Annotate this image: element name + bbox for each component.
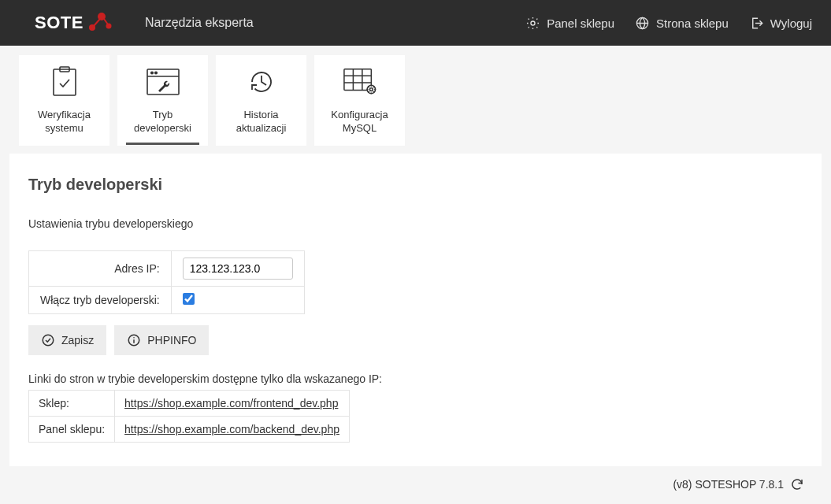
enable-dev-label: Włącz tryb developerski: bbox=[29, 287, 172, 314]
logo-text: SOTE bbox=[35, 13, 83, 33]
link-label: Panel sklepu: bbox=[29, 417, 115, 443]
tab-label: Weryfikacja systemu bbox=[20, 109, 109, 135]
enable-dev-checkbox[interactable] bbox=[183, 293, 195, 305]
nav-panel-link[interactable]: Panel sklepu bbox=[525, 16, 614, 31]
nav-store-label: Strona sklepu bbox=[656, 17, 729, 30]
main-panel: Tryb developerski Ustawienia trybu devel… bbox=[9, 154, 822, 466]
nav-logout-label: Wyloguj bbox=[770, 17, 812, 30]
tab-developer-mode[interactable]: Tryb developerski bbox=[117, 55, 208, 146]
tab-mysql-config[interactable]: Konfiguracja MySQL bbox=[314, 55, 405, 146]
frontend-dev-link[interactable]: https://shop.example.com/frontend_dev.ph… bbox=[124, 397, 338, 410]
svg-point-5 bbox=[531, 20, 535, 24]
svg-point-23 bbox=[133, 337, 135, 339]
links-caption: Linki do stron w trybie developerskim do… bbox=[28, 372, 803, 385]
panel-heading: Tryb developerski bbox=[28, 176, 803, 194]
version-text: (v8) SOTESHOP 7.8.1 bbox=[673, 478, 784, 491]
tabs-row: Weryfikacja systemu Tryb developerski bbox=[9, 55, 822, 146]
table-gear-icon bbox=[343, 66, 377, 98]
settings-form: Adres IP: Włącz tryb developerski: bbox=[28, 250, 305, 314]
tab-system-verification[interactable]: Weryfikacja systemu bbox=[19, 55, 109, 146]
logo[interactable]: SOTE bbox=[35, 13, 112, 33]
info-icon bbox=[127, 333, 141, 347]
link-label: Sklep: bbox=[29, 391, 115, 417]
svg-point-11 bbox=[150, 72, 153, 74]
table-row: Panel sklepu: https://shop.example.com/b… bbox=[29, 417, 350, 443]
backend-dev-link[interactable]: https://shop.example.com/backend_dev.php bbox=[124, 423, 339, 435]
topbar: SOTE Narzędzia eksperta Panel sklepu bbox=[0, 0, 831, 46]
clipboard-check-icon bbox=[47, 66, 82, 98]
top-nav: Panel sklepu Strona sklepu Wyloguj bbox=[525, 16, 812, 31]
check-circle-icon bbox=[41, 333, 55, 347]
refresh-icon[interactable] bbox=[790, 477, 804, 491]
svg-line-3 bbox=[94, 19, 100, 26]
tab-update-history[interactable]: Historia aktualizacji bbox=[216, 55, 306, 146]
nav-panel-label: Panel sklepu bbox=[547, 17, 614, 30]
tab-label: Konfiguracja MySQL bbox=[315, 109, 404, 135]
panel-subtitle: Ustawienia trybu developerskiego bbox=[28, 217, 803, 230]
ip-label: Adres IP: bbox=[29, 251, 172, 287]
ip-input[interactable] bbox=[183, 258, 293, 280]
svg-line-4 bbox=[104, 19, 108, 24]
svg-point-20 bbox=[43, 335, 54, 346]
window-wrench-icon bbox=[146, 66, 180, 98]
tab-label: Historia aktualizacji bbox=[217, 109, 306, 135]
history-icon bbox=[244, 66, 279, 98]
page-title: Narzędzia eksperta bbox=[145, 16, 254, 30]
svg-rect-7 bbox=[54, 69, 76, 95]
svg-point-12 bbox=[154, 72, 157, 74]
links-table: Sklep: https://shop.example.com/frontend… bbox=[28, 390, 350, 443]
phpinfo-button-label: PHPINFO bbox=[147, 334, 196, 346]
save-button[interactable]: Zapisz bbox=[28, 325, 106, 355]
button-row: Zapisz PHPINFO bbox=[28, 325, 803, 355]
nav-logout-link[interactable]: Wyloguj bbox=[749, 16, 812, 31]
table-row: Sklep: https://shop.example.com/frontend… bbox=[29, 391, 350, 417]
save-button-label: Zapisz bbox=[61, 334, 94, 346]
tab-label: Tryb developerski bbox=[118, 109, 207, 135]
footer: (v8) SOTESHOP 7.8.1 bbox=[9, 466, 822, 491]
phpinfo-button[interactable]: PHPINFO bbox=[114, 325, 209, 355]
gear-icon bbox=[525, 16, 540, 31]
logout-icon bbox=[749, 16, 764, 31]
globe-icon bbox=[635, 16, 650, 31]
logo-glyph-icon bbox=[88, 13, 112, 33]
nav-store-link[interactable]: Strona sklepu bbox=[635, 16, 729, 31]
